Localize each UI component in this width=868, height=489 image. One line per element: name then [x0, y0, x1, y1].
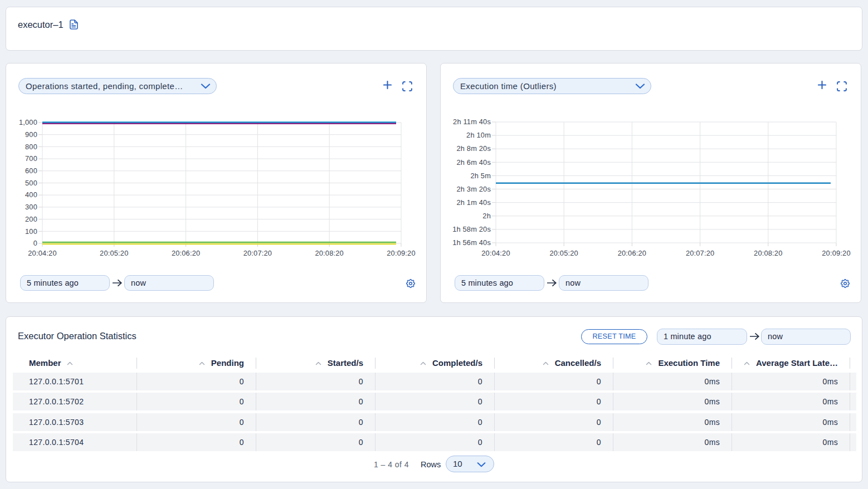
svg-text:500: 500: [25, 179, 37, 187]
svg-text:400: 400: [25, 190, 37, 199]
svg-text:1,000: 1,000: [19, 118, 37, 126]
svg-text:0: 0: [33, 239, 37, 247]
svg-text:300: 300: [25, 203, 37, 211]
svg-text:700: 700: [25, 154, 37, 163]
svg-text:20:09:20: 20:09:20: [387, 249, 415, 257]
svg-text:20:09:20: 20:09:20: [822, 249, 850, 257]
svg-text:20:07:20: 20:07:20: [686, 249, 714, 257]
svg-text:2h 6m 40s: 2h 6m 40s: [456, 158, 491, 167]
svg-text:20:08:20: 20:08:20: [754, 249, 782, 257]
svg-text:800: 800: [25, 143, 37, 151]
svg-text:20:04:20: 20:04:20: [28, 249, 56, 257]
svg-text:20:05:20: 20:05:20: [100, 249, 128, 257]
svg-text:1h 56m 40s: 1h 56m 40s: [452, 238, 491, 247]
svg-text:20:06:20: 20:06:20: [618, 249, 646, 257]
svg-text:2h 11m 40s: 2h 11m 40s: [453, 118, 491, 126]
svg-text:2h 5m: 2h 5m: [470, 172, 491, 180]
svg-text:2h 1m 40s: 2h 1m 40s: [456, 198, 491, 207]
svg-text:20:05:20: 20:05:20: [549, 249, 578, 257]
svg-text:20:06:20: 20:06:20: [172, 249, 200, 257]
svg-text:2h: 2h: [482, 212, 491, 220]
svg-text:2h 10m: 2h 10m: [466, 131, 491, 139]
svg-text:20:04:20: 20:04:20: [481, 249, 510, 257]
svg-text:2h 3m 20s: 2h 3m 20s: [456, 185, 491, 193]
svg-text:20:07:20: 20:07:20: [243, 249, 272, 257]
svg-text:200: 200: [25, 215, 37, 223]
svg-text:900: 900: [25, 130, 37, 139]
svg-text:600: 600: [25, 167, 37, 175]
svg-text:2h 8m 20s: 2h 8m 20s: [456, 144, 491, 153]
svg-text:1h 58m 20s: 1h 58m 20s: [452, 225, 491, 233]
svg-text:100: 100: [25, 227, 37, 236]
svg-text:20:08:20: 20:08:20: [315, 249, 343, 257]
